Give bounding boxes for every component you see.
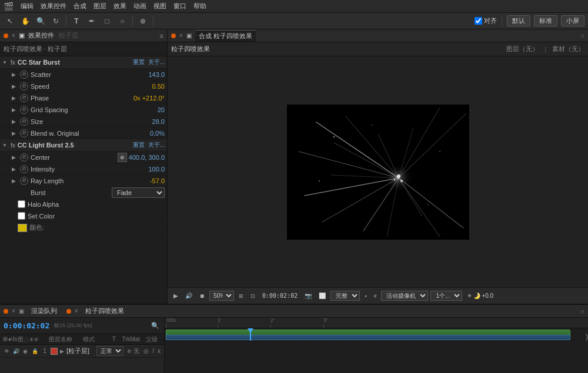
- panel-close-dot[interactable]: [4, 33, 8, 38]
- layer-color-label[interactable]: [51, 348, 58, 355]
- track-bar-blue[interactable]: [166, 335, 570, 340]
- grid-spacing-value[interactable]: 20: [129, 106, 165, 113]
- align-toggle[interactable]: 对齐: [475, 16, 497, 25]
- scatter-value[interactable]: 143.0: [129, 71, 165, 78]
- menu-edit[interactable]: 编辑: [21, 2, 34, 11]
- layer-expand-icon[interactable]: ▶: [60, 348, 64, 354]
- ray-length-expand[interactable]: ▶: [12, 178, 19, 184]
- ray-length-stopwatch-icon[interactable]: ⏱: [20, 177, 28, 185]
- star-burst-reset-link[interactable]: 重置: [133, 58, 145, 66]
- preset-standard[interactable]: 标准: [534, 15, 557, 26]
- tool-zoom[interactable]: 🔍: [34, 15, 47, 28]
- tool-hand[interactable]: ✋: [19, 15, 32, 28]
- footage-tab[interactable]: 素材（无）: [552, 45, 584, 53]
- comp-name-tab[interactable]: 粒子四喷效果: [171, 45, 210, 53]
- comp-close-dot[interactable]: [171, 33, 176, 38]
- layer-eye-icon[interactable]: 👁: [2, 347, 11, 355]
- menu-effect-controls[interactable]: 效果控件: [41, 2, 66, 11]
- region-btn[interactable]: ▪: [362, 293, 369, 300]
- tool-text[interactable]: T: [70, 15, 83, 28]
- center-value[interactable]: 400.0, 300.0: [129, 154, 165, 161]
- comp-tab-main[interactable]: 合成 粒子四喷效果: [195, 30, 256, 42]
- size-stopwatch-icon[interactable]: ⏱: [20, 117, 28, 126]
- preview-btn[interactable]: ⏹: [197, 293, 207, 300]
- layer-mode-select[interactable]: 正常: [96, 346, 123, 356]
- snapshot-btn[interactable]: 📷: [302, 292, 314, 300]
- playhead[interactable]: [250, 328, 251, 341]
- comp-panel-menu[interactable]: ≡: [581, 32, 584, 39]
- blend-stopwatch-icon[interactable]: ⏱: [20, 129, 28, 137]
- tool-pen[interactable]: ✒: [85, 15, 98, 28]
- grid-btn[interactable]: #: [371, 293, 379, 300]
- timeline-comp-tab[interactable]: 粒子四喷效果: [82, 305, 128, 317]
- camera-select[interactable]: 活动摄像机: [381, 291, 428, 301]
- size-value[interactable]: 28.0: [129, 118, 165, 125]
- layer-fx-icon[interactable]: /: [151, 348, 155, 354]
- tool-puppet[interactable]: ⊕: [136, 15, 149, 28]
- scatter-stopwatch-icon[interactable]: ⏱: [20, 70, 28, 79]
- menu-effects[interactable]: 效果: [113, 2, 126, 11]
- grid-spacing-stopwatch-icon[interactable]: ⏱: [20, 106, 28, 114]
- ray-length-value[interactable]: -57.0: [129, 177, 165, 184]
- audio-btn[interactable]: 🔊: [183, 292, 195, 300]
- center-crosshair-btn[interactable]: ⊕: [118, 153, 127, 162]
- play-btn[interactable]: ▶: [171, 292, 181, 300]
- speed-expand[interactable]: ▶: [12, 83, 19, 89]
- speed-stopwatch-icon[interactable]: ⏱: [20, 82, 28, 90]
- timeline-close-btn[interactable]: ×: [12, 308, 15, 314]
- timeline-comp-close[interactable]: ×: [75, 308, 78, 314]
- panel-close-btn[interactable]: ×: [12, 32, 15, 39]
- tool-shape-rect[interactable]: □: [101, 15, 113, 28]
- intensity-expand[interactable]: ▶: [12, 166, 19, 172]
- color-swatch[interactable]: [18, 224, 27, 232]
- cc-star-burst-header[interactable]: fx CC Star Burst 重置 关于...: [0, 56, 167, 69]
- timeline-search-icon[interactable]: 🔍: [150, 321, 161, 331]
- burst-dropdown[interactable]: Fade: [112, 187, 165, 198]
- menu-animation[interactable]: 动画: [133, 2, 146, 11]
- preset-default[interactable]: 默认: [507, 15, 530, 26]
- intensity-value[interactable]: 100.0: [129, 166, 165, 173]
- menu-help[interactable]: 帮助: [193, 2, 206, 11]
- blend-value[interactable]: 0.0%: [129, 130, 165, 137]
- scatter-expand[interactable]: ▶: [12, 72, 19, 78]
- tool-rotate[interactable]: ↻: [49, 15, 62, 28]
- fit-btn[interactable]: ⊞: [236, 293, 246, 300]
- halo-alpha-checkbox[interactable]: [18, 200, 25, 208]
- zoom-select[interactable]: 50%: [209, 291, 234, 301]
- center-expand[interactable]: ▶: [12, 154, 19, 160]
- blend-expand[interactable]: ▶: [12, 130, 19, 136]
- light-burst-reset-link[interactable]: 重置: [133, 141, 145, 149]
- menu-view[interactable]: 视图: [153, 2, 166, 11]
- star-burst-expand-icon[interactable]: [2, 59, 9, 65]
- center-stopwatch-icon[interactable]: ⏱: [20, 153, 28, 162]
- grid-spacing-expand[interactable]: ▶: [12, 107, 19, 113]
- phase-value[interactable]: 0x +212.0°: [129, 95, 165, 102]
- intensity-stopwatch-icon[interactable]: ⏱: [20, 165, 28, 173]
- menu-layer[interactable]: 图层: [93, 2, 106, 11]
- phase-expand[interactable]: ▶: [12, 95, 19, 101]
- layer-motion-blur-icon[interactable]: ◎: [142, 348, 150, 354]
- cc-light-burst-header[interactable]: fx CC Light Burst 2.5 重置 关于...: [0, 139, 167, 152]
- comp-view-area[interactable]: [168, 56, 588, 287]
- phase-stopwatch-icon[interactable]: ⏱: [20, 94, 28, 102]
- resolution-select[interactable]: 完整: [330, 291, 360, 301]
- menu-window[interactable]: 窗口: [173, 2, 186, 11]
- layer-tab[interactable]: 图层（无）: [506, 45, 539, 53]
- panel-menu-icon[interactable]: ≡: [160, 32, 163, 39]
- layer-lock-icon[interactable]: 🔒: [31, 347, 39, 355]
- channel-select[interactable]: 1个...: [430, 291, 462, 301]
- size-expand[interactable]: ▶: [12, 119, 19, 125]
- timeline-close-dot[interactable]: [4, 309, 8, 314]
- layer-adjustment-icon[interactable]: x: [156, 348, 162, 354]
- comp-close-btn[interactable]: ×: [179, 32, 183, 39]
- timeline-menu[interactable]: ≡: [581, 308, 584, 315]
- layer-solo-icon[interactable]: ◉: [21, 347, 29, 355]
- tool-shape-ellipse[interactable]: ○: [116, 15, 129, 28]
- speed-value[interactable]: 0.50: [129, 83, 165, 90]
- render-queue-tab[interactable]: 渲染队列: [28, 305, 61, 317]
- timeline-timecode[interactable]: 0:00:02:02: [4, 321, 49, 330]
- preset-small[interactable]: 小屏: [561, 15, 584, 26]
- tool-select[interactable]: ↖: [4, 15, 16, 28]
- channel-btn[interactable]: ⬜: [316, 292, 328, 300]
- light-burst-about-link[interactable]: 关于...: [148, 141, 165, 149]
